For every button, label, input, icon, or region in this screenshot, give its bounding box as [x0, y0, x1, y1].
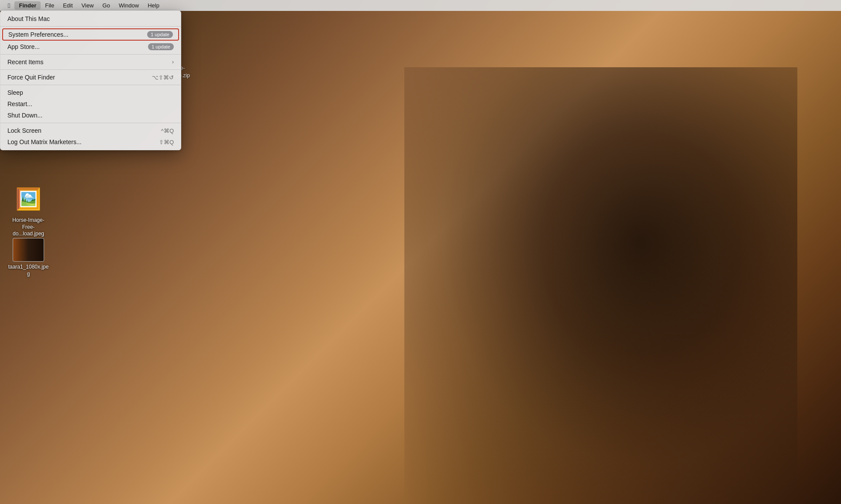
horse-file-icon: 🖼️ — [13, 183, 44, 215]
horse-decoration — [404, 67, 797, 504]
lock-screen-item[interactable]: Lock Screen ^⌘Q — [0, 125, 181, 136]
thumbnail-image — [13, 238, 44, 261]
separator-3 — [0, 69, 181, 70]
system-preferences-item[interactable]: System Preferences... 1 update — [2, 28, 179, 41]
go-menu[interactable]: Go — [98, 1, 114, 10]
lock-screen-shortcut: ^⌘Q — [161, 128, 174, 134]
desktop-file-horse[interactable]: 🖼️ Horse-Image-Free-do...load.jpeg — [7, 183, 50, 238]
edit-menu[interactable]: Edit — [59, 1, 77, 10]
desktop-file-taara[interactable]: taara1_1080x.jpeg — [7, 238, 50, 278]
force-quit-item[interactable]: Force Quit Finder ⌥⇧⌘↺ — [0, 72, 181, 83]
separator-5 — [0, 123, 181, 123]
restart-item[interactable]: Restart... — [0, 98, 181, 110]
taara-thumbnail — [13, 238, 44, 262]
recent-items-arrow: › — [172, 59, 174, 65]
apple-menu-button[interactable]:  — [3, 1, 14, 10]
app-store-badge: 1 update — [148, 43, 174, 50]
horse-file-label: Horse-Image-Free-do...load.jpeg — [7, 217, 50, 238]
log-out-shortcut: ⇧⌘Q — [159, 139, 174, 145]
finder-menu[interactable]: Finder — [14, 1, 41, 10]
menubar:  Finder File Edit View Go Window Help — [0, 0, 841, 11]
file-menu[interactable]: File — [41, 1, 59, 10]
about-this-mac-item[interactable]: About This Mac — [0, 13, 181, 24]
apple-dropdown-menu: About This Mac System Preferences... 1 u… — [0, 10, 181, 150]
window-menu[interactable]: Window — [114, 1, 143, 10]
recent-items-item[interactable]: Recent Items › — [0, 56, 181, 68]
app-store-item[interactable]: App Store... 1 update — [0, 41, 181, 52]
separator-4 — [0, 85, 181, 85]
force-quit-shortcut: ⌥⇧⌘↺ — [152, 74, 174, 81]
view-menu[interactable]: View — [77, 1, 98, 10]
system-prefs-badge: 1 update — [147, 31, 173, 38]
log-out-item[interactable]: Log Out Matrix Marketers... ⇧⌘Q — [0, 136, 181, 148]
sleep-item[interactable]: Sleep — [0, 87, 181, 98]
help-menu[interactable]: Help — [143, 1, 164, 10]
shut-down-item[interactable]: Shut Down... — [0, 110, 181, 121]
separator-1 — [0, 26, 181, 27]
separator-2 — [0, 54, 181, 55]
taara-file-label: taara1_1080x.jpeg — [7, 263, 50, 278]
